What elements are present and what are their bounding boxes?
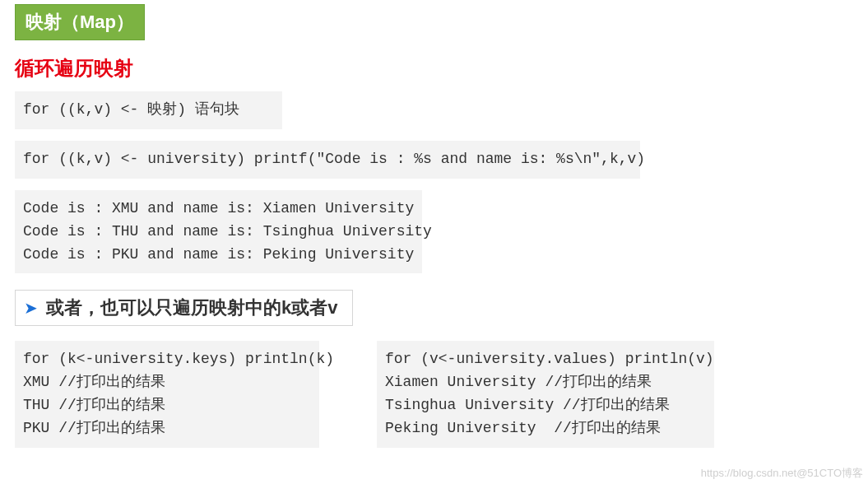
- arrow-right-icon: ➤: [24, 298, 38, 318]
- sub-heading-text: 或者，也可以只遍历映射中的k或者v: [46, 296, 337, 320]
- section-heading: 循环遍历映射: [15, 55, 853, 81]
- page-badge-title: 映射（Map）: [15, 4, 145, 40]
- sub-heading-box: ➤ 或者，也可以只遍历映射中的k或者v: [15, 290, 353, 326]
- code-block-syntax: for ((k,v) <- 映射) 语句块: [15, 91, 282, 129]
- code-block-output: Code is : XMU and name is: Xiamen Univer…: [15, 190, 422, 274]
- two-column-row: for (k<-university.keys) println(k) XMU …: [15, 341, 853, 448]
- code-block-values: for (v<-university.values) println(v) Xi…: [377, 341, 714, 448]
- watermark-text: https://blog.csdn.net@51CTO博客: [701, 466, 863, 481]
- code-block-keys: for (k<-university.keys) println(k) XMU …: [15, 341, 319, 448]
- code-block-example: for ((k,v) <- university) printf("Code i…: [15, 141, 640, 179]
